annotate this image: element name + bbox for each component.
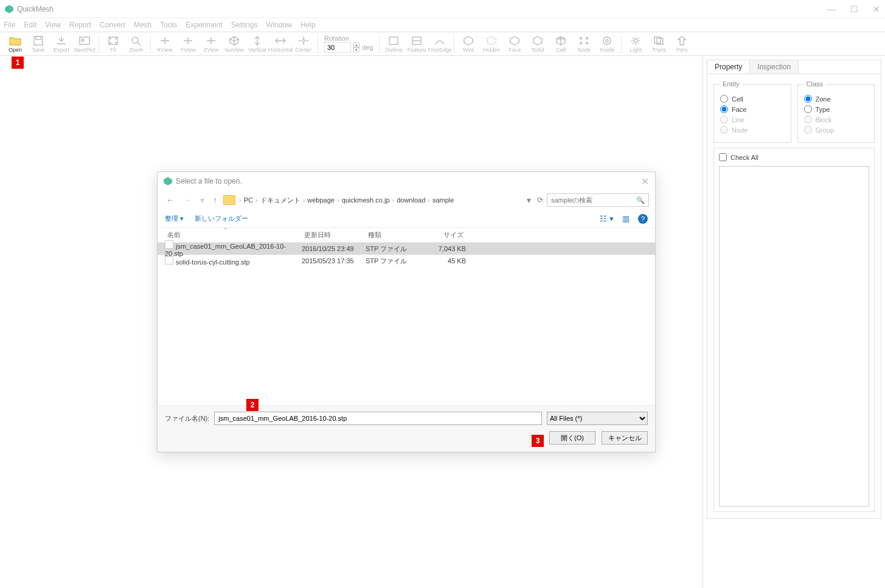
toolbar-separator (318, 35, 318, 53)
toolbar-cell-button[interactable]: Cell (549, 32, 572, 55)
toolbar-export-button[interactable]: Export (50, 32, 73, 55)
window-maximize-button[interactable]: ☐ (850, 4, 858, 14)
side-panel: Property Inspection Entity Cell Face Lin… (703, 56, 885, 588)
toolbar-trans-button[interactable]: Trans (647, 32, 670, 55)
toolbar-xview-button[interactable]: XView (153, 32, 176, 55)
toolbar-node-button[interactable]: Node (572, 32, 595, 55)
toolbar-solid-button[interactable]: Solid (526, 32, 549, 55)
file-row[interactable]: solid-torus-cyl-cutting.stp 2015/05/23 1… (158, 255, 655, 267)
toolbar-outline-button[interactable]: Outline (382, 32, 405, 55)
tab-property[interactable]: Property (707, 60, 750, 74)
class-group-radio: Group (804, 126, 869, 134)
window-minimize-button[interactable]: — (827, 4, 836, 14)
nav-dropdown-button[interactable]: ▾ (198, 195, 207, 205)
breadcrumb-sample[interactable]: sample (432, 196, 454, 204)
menu-mesh[interactable]: Mesh (134, 21, 151, 29)
file-row[interactable]: jsm_case01_mm_GeoLAB_2016-10-20.stp 2016… (158, 243, 655, 255)
menu-report[interactable]: Report (69, 21, 91, 29)
search-box[interactable]: 🔍 (547, 193, 649, 207)
class-type-radio[interactable]: Type (804, 105, 869, 113)
column-type[interactable]: 種類 (366, 230, 426, 240)
column-date[interactable]: 更新日時 (302, 230, 366, 240)
outline-icon (387, 35, 400, 46)
toolbar-light-button[interactable]: Light (624, 32, 647, 55)
nav-forward-button[interactable]: → (181, 195, 194, 205)
svg-point-14 (580, 42, 582, 44)
export-icon (55, 35, 68, 46)
app-title: QuickMesh (17, 5, 54, 13)
entity-node-radio: Node (720, 126, 785, 134)
entity-cell-radio[interactable]: Cell (720, 95, 785, 103)
preview-pane-button[interactable]: ▥ (622, 214, 630, 223)
toolbar-hidden-button[interactable]: Hidden (480, 32, 503, 55)
menu-view[interactable]: View (45, 21, 61, 29)
newfolder-button[interactable]: 新しいフォルダー (195, 214, 248, 223)
toolbar-pers-button[interactable]: Pers (670, 32, 693, 55)
filename-input[interactable] (214, 412, 542, 425)
menu-tools[interactable]: Tools (160, 21, 177, 29)
search-input[interactable] (551, 196, 636, 204)
toolbar-open-button[interactable]: Open (4, 32, 27, 55)
search-icon: 🔍 (636, 196, 645, 204)
cancel-button[interactable]: キャンセル (602, 431, 648, 444)
help-icon[interactable]: ? (638, 214, 648, 224)
toolbar-inside-button[interactable]: Inside (595, 32, 619, 55)
check-list[interactable] (719, 166, 869, 507)
breadcrumb-quickmesh[interactable]: quickmesh.co.jp (342, 196, 390, 204)
class-zone-radio[interactable]: Zone (804, 95, 869, 103)
checkall-checkbox[interactable]: Check All (719, 153, 869, 161)
freeedge-icon (434, 35, 446, 46)
breadcrumb[interactable]: ›PC ›ドキュメント ›webpage ›quickmesh.co.jp ›d… (239, 196, 521, 205)
menu-file[interactable]: File (4, 21, 15, 29)
breadcrumb-documents[interactable]: ドキュメント (260, 196, 300, 205)
toolbar-center-button[interactable]: Center (292, 32, 315, 55)
toolbar-isoview-button[interactable]: IsoView (223, 32, 246, 55)
menu-settings[interactable]: Settings (231, 21, 257, 29)
menu-help[interactable]: Help (300, 21, 316, 29)
breadcrumb-webpage[interactable]: webpage (307, 196, 335, 204)
breadcrumb-pc[interactable]: PC (244, 196, 253, 204)
toolbar-yview-button[interactable]: YView (176, 32, 200, 55)
menu-convert[interactable]: Convert (100, 21, 125, 29)
column-size[interactable]: サイズ (426, 230, 466, 240)
toolbar-separator (454, 35, 454, 53)
window-close-button[interactable]: ✕ (873, 4, 880, 14)
toolbar-feature-button[interactable]: Feature (405, 32, 428, 55)
menu-window[interactable]: Window (266, 21, 292, 29)
toolbar-horizontal-button[interactable]: Horizontal (269, 32, 292, 55)
dialog-close-button[interactable]: ✕ (641, 176, 649, 187)
menu-edit[interactable]: Edit (24, 21, 36, 29)
center-icon (297, 35, 310, 46)
refresh-button[interactable]: ⟳ (537, 196, 543, 204)
toolbar-face-button[interactable]: Face (503, 32, 526, 55)
view-mode-button[interactable]: ☷ ▾ (600, 214, 614, 223)
nav-up-button[interactable]: ↑ (210, 195, 220, 205)
toolbar-save-button[interactable]: Save (27, 32, 50, 55)
toolbar-fit-button[interactable]: Fit (102, 32, 125, 55)
annotation-badge-3: 3 (532, 435, 544, 447)
filename-label: ファイル名(N): (165, 414, 209, 423)
column-name[interactable]: 名前 (165, 230, 302, 240)
rotation-spinner[interactable]: ▲▼ (353, 43, 359, 52)
tab-inspection[interactable]: Inspection (750, 60, 799, 74)
toolbar-zoom-button[interactable]: Zoom (125, 32, 148, 55)
toolbar-savepict-button[interactable]: SavePict (73, 32, 96, 55)
nav-back-button[interactable]: ← (164, 195, 177, 205)
organize-button[interactable]: 整理 ▾ (165, 214, 184, 223)
menu-experiment[interactable]: Experiment (186, 21, 223, 29)
toolbar-freeedge-button[interactable]: FreeEdge (428, 32, 451, 55)
breadcrumb-dropdown-button[interactable]: ▾ (524, 195, 533, 205)
breadcrumb-download[interactable]: download (397, 196, 425, 204)
dialog-nav: ← → ▾ ↑ ›PC ›ドキュメント ›webpage ›quickmesh.… (158, 190, 655, 210)
rotation-input[interactable] (324, 42, 351, 53)
entity-face-radio[interactable]: Face (720, 105, 785, 113)
toolbar-wire-button[interactable]: Wire (457, 32, 480, 55)
toolbar-zview-button[interactable]: ZView (200, 32, 223, 55)
filetype-select[interactable]: All Files (*) (547, 412, 648, 425)
open-button[interactable]: 開く(O) (549, 431, 595, 444)
toolbar-vertical-button[interactable]: Vertical (246, 32, 269, 55)
file-list[interactable]: ⌃ 名前 更新日時 種類 サイズ jsm_case01_mm_GeoLAB_20… (158, 228, 655, 405)
svg-point-15 (586, 42, 588, 44)
svg-rect-2 (36, 36, 41, 40)
column-headers[interactable]: ⌃ 名前 更新日時 種類 サイズ (158, 228, 655, 243)
